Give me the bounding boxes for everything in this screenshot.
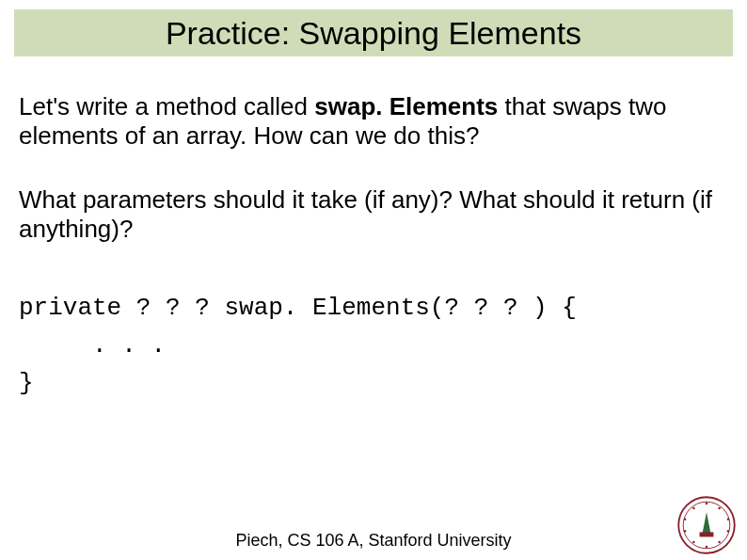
code-line-1: private ? ? ? swap. Elements(? ? ? ) { xyxy=(19,294,577,322)
slide-body: Let's write a method called swap. Elemen… xyxy=(19,92,728,403)
svg-point-4 xyxy=(727,519,729,520)
para1-bold: swap. Elements xyxy=(314,92,504,120)
stanford-seal-icon xyxy=(677,496,736,554)
svg-rect-12 xyxy=(700,532,714,536)
svg-point-2 xyxy=(706,503,707,504)
svg-point-9 xyxy=(684,530,686,532)
slide-title: Practice: Swapping Elements xyxy=(166,15,581,52)
para1-pre: Let's write a method called xyxy=(19,92,314,120)
code-line-3: } xyxy=(19,369,34,397)
code-block: private ? ? ? swap. Elements(? ? ? ) { .… xyxy=(19,289,728,403)
svg-point-11 xyxy=(692,507,694,509)
paragraph-2: What parameters should it take (if any)?… xyxy=(19,185,728,243)
svg-point-7 xyxy=(706,546,707,548)
title-bar: Practice: Swapping Elements xyxy=(14,9,733,56)
paragraph-1: Let's write a method called swap. Elemen… xyxy=(19,92,728,150)
svg-point-5 xyxy=(727,530,729,532)
svg-point-10 xyxy=(684,519,686,520)
svg-point-8 xyxy=(692,541,694,543)
slide-footer: Piech, CS 106 A, Stanford University xyxy=(0,531,747,551)
svg-point-6 xyxy=(718,541,720,543)
svg-point-3 xyxy=(718,507,720,509)
code-line-2: . . . xyxy=(19,331,166,360)
